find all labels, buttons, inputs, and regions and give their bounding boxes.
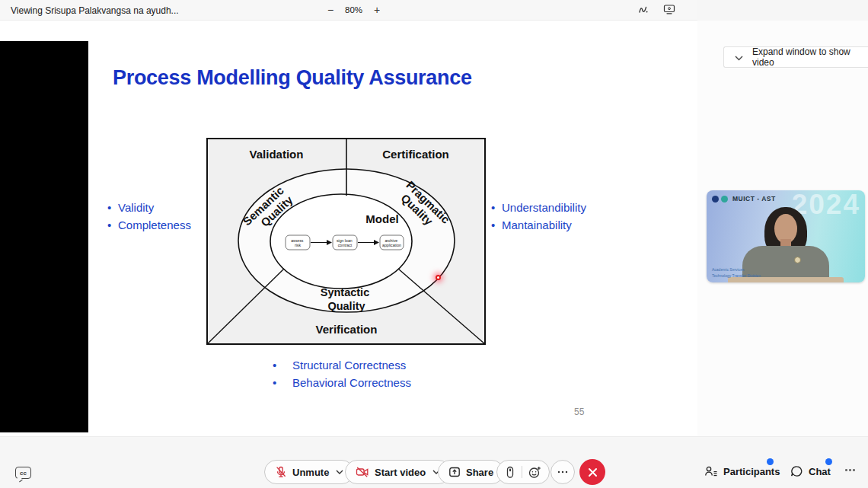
bullet-label: Behavioral Correctness xyxy=(292,374,411,391)
university-logo-icon xyxy=(712,196,719,203)
label-verification: Verification xyxy=(316,323,378,336)
video-header-label: MUICT - AST xyxy=(732,195,776,203)
start-video-button[interactable]: Start video xyxy=(345,460,451,484)
list-item: •Behavioral Correctness xyxy=(273,374,411,391)
chevron-down-icon[interactable] xyxy=(336,470,343,474)
laser-pointer-dot xyxy=(436,275,441,280)
process-box-2-label: sign loan contract xyxy=(337,238,353,248)
bullet-icon: • xyxy=(107,216,118,234)
share-button[interactable]: Share xyxy=(438,460,504,484)
bullet-label: Structural Correctness xyxy=(292,356,406,374)
closed-captions-button[interactable]: cc xyxy=(15,467,31,479)
share-screen-icon xyxy=(448,466,461,478)
ellipsis-icon xyxy=(557,470,568,474)
bullet-icon: • xyxy=(273,374,292,391)
more-options-button[interactable] xyxy=(550,460,575,484)
zoom-level: 80% xyxy=(345,5,362,14)
bullet-label: Validity xyxy=(118,199,154,216)
annotate-icon[interactable] xyxy=(637,4,650,18)
leave-meeting-button[interactable] xyxy=(579,459,605,485)
process-box-3-label: archive application xyxy=(382,238,401,248)
share-label: Share xyxy=(466,467,493,478)
close-icon xyxy=(588,467,598,477)
viewing-title: Viewing Srisupa Palakvangsa na ayudh... xyxy=(11,5,179,16)
chat-label: Chat xyxy=(809,466,831,477)
chat-notification-dot xyxy=(825,458,832,465)
unmute-label: Unmute xyxy=(292,467,329,478)
video-header: MUICT - AST xyxy=(712,195,776,203)
zoom-in-button[interactable]: + xyxy=(370,3,384,17)
expand-video-label: Expand window to show video xyxy=(752,46,868,68)
bullet-icon: • xyxy=(491,199,502,216)
list-item: •Understandibility xyxy=(491,199,586,216)
start-video-label: Start video xyxy=(375,467,426,478)
list-item: •Validity xyxy=(107,199,191,216)
chat-button[interactable]: Chat xyxy=(790,465,831,477)
chat-bubble-icon xyxy=(790,465,803,477)
participants-notification-dot xyxy=(767,458,774,465)
meeting-control-bar: cc Unmute Start video Share xyxy=(0,436,868,488)
viewing-toolbar: Viewing Srisupa Palakvangsa na ayudh... … xyxy=(0,0,697,21)
cc-icon: cc xyxy=(20,470,27,477)
unmute-button[interactable]: Unmute xyxy=(264,460,354,484)
right-bullet-list: •Understandibility •Mantainability xyxy=(491,199,586,234)
video-caption-line2: Technology Transfer Division xyxy=(712,273,761,279)
bullet-label: Completeness xyxy=(118,216,191,234)
zoom-controls: − 80% + xyxy=(324,3,384,17)
overflow-menu-button[interactable] xyxy=(845,469,855,471)
reactions-icon[interactable] xyxy=(528,466,541,479)
list-item: •Mantainability xyxy=(491,216,586,234)
mic-off-icon xyxy=(275,466,287,478)
left-bullet-list: •Validity •Completeness xyxy=(107,199,191,234)
slide-title: Process Modelling Quality Assurance xyxy=(113,66,472,90)
label-validation: Validation xyxy=(250,148,304,161)
bullet-icon: • xyxy=(491,216,502,234)
shared-screen-area: Process Modelling Quality Assurance Vali… xyxy=(0,21,697,436)
quality-framework-diagram: Validation Certification Semantic Qualit… xyxy=(206,138,486,345)
panel-toggle-group: Participants Chat xyxy=(689,437,868,488)
faculty-logo-icon xyxy=(721,196,728,203)
shirt-badge xyxy=(794,257,801,263)
speaker-video-thumbnail[interactable]: 2024 MUICT - AST Academic Services Techn… xyxy=(707,190,865,282)
participants-button[interactable]: Participants xyxy=(704,465,780,477)
video-caption: Academic Services Technology Transfer Di… xyxy=(712,266,761,279)
bullet-icon: • xyxy=(273,356,292,374)
display-icon[interactable] xyxy=(662,4,676,18)
slide-page-number: 55 xyxy=(574,407,584,417)
camera-off-icon xyxy=(356,466,369,478)
divider xyxy=(522,466,522,478)
video-caption-line1: Academic Services xyxy=(712,266,761,273)
bottom-bullet-list: •Structural Correctness •Behavioral Corr… xyxy=(273,356,411,391)
people-icon xyxy=(704,465,718,477)
letterbox-left xyxy=(0,41,88,432)
expand-video-button[interactable]: Expand window to show video xyxy=(723,46,868,68)
extra-tools-group xyxy=(496,460,550,484)
bullet-label: Mantainability xyxy=(502,216,572,234)
list-item: •Completeness xyxy=(107,216,191,234)
remote-control-icon[interactable] xyxy=(505,466,515,479)
label-model: Model xyxy=(365,212,398,225)
participants-label: Participants xyxy=(723,466,780,477)
bullet-icon: • xyxy=(107,199,118,216)
video-side-panel: Expand window to show video 2024 MUICT -… xyxy=(697,21,868,436)
chevron-down-icon xyxy=(735,50,743,64)
bullet-label: Understandibility xyxy=(502,199,586,216)
label-certification: Certification xyxy=(382,148,449,161)
list-item: •Structural Correctness xyxy=(273,356,411,374)
presentation-slide: Process Modelling Quality Assurance Vali… xyxy=(88,41,609,432)
zoom-out-button[interactable]: − xyxy=(324,3,337,17)
